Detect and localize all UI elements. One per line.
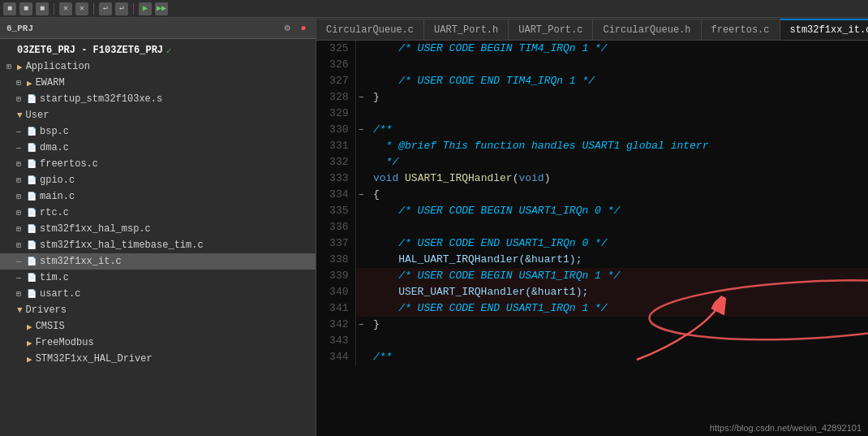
line-code-337: /* USER CODE END USART1_IRQn 0 */ [367,235,868,252]
sidebar-item-it[interactable]: — 📄 stm32f1xx_it.c [0,253,316,270]
table-row: 334 − { [316,187,868,203]
line-fold-327[interactable] [355,73,367,89]
line-fold-333[interactable] [355,171,367,187]
line-fold-343[interactable] [355,333,367,349]
table-row: 341 /* USER CODE END USART1_IRQn 1 */ [316,300,868,317]
code-area: CircularQueue.c UART_Port.h UART_Port.c … [316,18,868,436]
line-fold-326[interactable] [355,57,367,73]
table-row: 336 [316,219,868,235]
tab-stm32f1xx-it-c-label: stm32f1xx_it.c [790,24,868,36]
tab-circularqueue-c[interactable]: CircularQueue.c [316,19,424,40]
line-code-340: USER_UART_IRQHandler(&huart1); [367,284,868,300]
sidebar-item-hal-timebase-label: stm32f1xx_hal_timebase_tim.c [40,240,204,251]
sidebar-item-bsp[interactable]: — 📄 bsp.c [0,123,316,140]
tab-freertos-c[interactable]: freertos.c [702,19,780,40]
sidebar-item-main[interactable]: ⊞ 📄 main.c [0,188,316,205]
table-row: 331 * @brief This function handles USART… [316,138,868,154]
tab-uart-port-c[interactable]: UART_Port.c [509,19,593,40]
sidebar-item-freemodbus[interactable]: ▶ FreeModbus [0,335,316,351]
folder-icon-hal-driver: ▶ [27,354,32,365]
line-fold-342[interactable]: − [355,317,367,333]
folder-icon-drivers: ▼ [17,305,23,315]
sidebar-item-cmsis[interactable]: ▶ CMSIS [0,318,316,335]
line-code-334: { [367,187,868,203]
project-root[interactable]: 03ZET6_PRJ - F103ZET6_PRJ ✓ [0,42,316,58]
sidebar-item-rtc[interactable]: ⊞ 📄 rtc.c [0,205,316,221]
tab-uart-port-h[interactable]: UART_Port.h [424,19,509,40]
line-fold-337[interactable] [355,235,367,252]
sidebar-item-gpio-label: gpio.c [40,175,75,186]
sidebar-item-freemodbus-label: FreeModbus [36,337,94,348]
sidebar-item-bsp-label: bsp.c [40,126,69,137]
line-fold-336[interactable] [355,219,367,235]
line-fold-331[interactable] [355,138,367,154]
line-num-344: 344 [316,349,355,365]
sidebar: 6_PRJ ⚙ ● 03ZET6_PRJ - F103ZET6_PRJ ✓ ⊞ … [0,18,316,436]
table-row: 340 USER_UART_IRQHandler(&huart1); [316,284,868,300]
sidebar-item-drivers-label: Drivers [26,304,67,316]
line-fold-329[interactable] [355,106,367,122]
line-fold-340[interactable] [355,284,367,300]
toolbar-icon-7[interactable]: ↩ [115,2,128,15]
expand-rtc-icon: ⊞ [16,208,24,218]
sidebar-item-gpio[interactable]: ⊞ 📄 gpio.c [0,172,316,188]
toolbar-icon-debug[interactable]: ▶▶ [155,2,168,15]
sidebar-item-tim-label: tim.c [40,272,69,283]
sidebar-item-hal-driver[interactable]: ▶ STM32F1xx_HAL_Driver [0,351,316,367]
line-num-331: 331 [316,138,355,154]
tab-stm32f1xx-it-c[interactable]: stm32f1xx_it.c ✕ [780,19,868,40]
table-row: 325 /* USER CODE BEGIN TIM4_IRQn 1 */ [316,41,868,57]
sidebar-item-freertos[interactable]: ⊞ 📄 freertos.c [0,156,316,172]
code-view[interactable]: 325 /* USER CODE BEGIN TIM4_IRQn 1 */ 32… [316,41,868,436]
line-code-329 [367,106,868,122]
line-fold-338[interactable] [355,252,367,268]
sidebar-close-icon[interactable]: ● [298,23,309,34]
file-icon-hal-timebase: 📄 [27,240,37,250]
sidebar-item-drivers[interactable]: ▼ Drivers [0,302,316,318]
line-num-329: 329 [316,106,355,122]
toolbar-icon-3[interactable]: ■ [36,2,49,15]
line-fold-334[interactable]: − [355,187,367,203]
line-code-330: /** [367,122,868,138]
file-icon-gpio: 📄 [27,175,37,185]
sidebar-item-freertos-label: freertos.c [40,158,98,170]
line-num-342: 342 [316,317,355,333]
line-fold-344[interactable] [355,349,367,365]
sidebar-settings-icon[interactable]: ⚙ [281,23,293,34]
line-fold-325[interactable] [355,41,367,57]
sidebar-item-tim[interactable]: — 📄 tim.c [0,270,316,286]
sidebar-tree: 03ZET6_PRJ - F103ZET6_PRJ ✓ ⊞ ▶ Applicat… [0,39,316,436]
line-code-342: } [367,317,868,333]
sidebar-item-user[interactable]: ▼ User [0,107,316,123]
line-num-334: 334 [316,187,355,203]
sidebar-item-dma[interactable]: — 📄 dma.c [0,140,316,156]
toolbar-icon-4[interactable]: ✕ [59,2,72,15]
file-icon-tim: 📄 [27,273,37,283]
tab-circularqueue-h[interactable]: CircularQueue.h [593,19,701,40]
sidebar-item-application[interactable]: ⊞ ▶ Application [0,58,316,75]
line-code-331: * @brief This function handles USART1 gl… [367,138,868,154]
toolbar-icon-5[interactable]: ✕ [75,2,88,15]
line-fold-328[interactable]: − [355,89,367,106]
sidebar-item-usart[interactable]: ⊞ 📄 usart.c [0,286,316,302]
sidebar-item-startup-label: startup_stm32f103xe.s [40,93,162,105]
sidebar-item-hal-msp[interactable]: ⊞ 📄 stm32f1xx_hal_msp.c [0,221,316,237]
line-fold-330[interactable]: − [355,122,367,138]
sidebar-item-startup[interactable]: ⊞ 📄 startup_stm32f103xe.s [0,91,316,107]
toolbar-icon-6[interactable]: ↩ [99,2,112,15]
line-fold-332[interactable] [355,154,367,171]
sidebar-item-ewarm[interactable]: ⊞ ▶ EWARM [0,75,316,91]
expand-hal-msp-icon: ⊞ [16,224,24,234]
line-fold-341[interactable] [355,300,367,317]
line-fold-339[interactable] [355,268,367,284]
line-num-343: 343 [316,333,355,349]
watermark: https://blog.csdn.net/weixin_42892101 [710,423,862,433]
toolbar-icon-build[interactable]: ▶ [139,2,152,15]
toolbar-icon-2[interactable]: ■ [19,2,32,15]
line-fold-335[interactable] [355,203,367,219]
toolbar-icon-1[interactable]: ■ [3,2,16,15]
sidebar-item-hal-timebase[interactable]: ⊞ 📄 stm32f1xx_hal_timebase_tim.c [0,237,316,253]
tab-uart-port-c-label: UART_Port.c [518,24,582,36]
code-table: 325 /* USER CODE BEGIN TIM4_IRQn 1 */ 32… [316,41,868,365]
file-icon-bsp: 📄 [27,127,37,136]
